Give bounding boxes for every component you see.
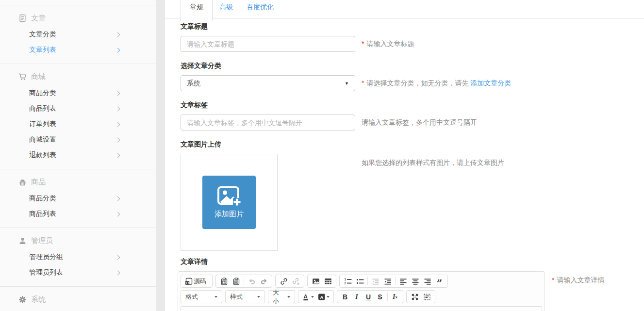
sidebar-item[interactable]: 文章分类 — [0, 27, 156, 42]
underline-button[interactable]: U — [363, 291, 374, 302]
gear-icon — [18, 295, 27, 304]
undo-button[interactable] — [246, 276, 258, 287]
unlink-button[interactable] — [290, 276, 302, 287]
basket-icon — [18, 178, 27, 186]
tab-general[interactable]: 常规 — [181, 0, 213, 21]
indent-icon — [384, 278, 392, 285]
sidebar-item[interactable]: 基本信息 — [0, 308, 156, 311]
sidebar-section: 管理员管理员分组管理员列表 — [0, 228, 156, 286]
link-button[interactable] — [278, 276, 290, 287]
chevron-right-icon — [116, 48, 120, 52]
svg-text:T: T — [223, 280, 225, 283]
show-blocks-button[interactable] — [421, 291, 433, 302]
article-title-input[interactable] — [181, 36, 355, 52]
tab-advanced[interactable]: 高级 — [213, 0, 240, 21]
insert-table-button[interactable] — [322, 276, 334, 287]
rich-text-editor: 源码 T — [178, 271, 545, 311]
svg-text:A: A — [304, 294, 308, 299]
sidebar-item[interactable]: 退款列表 — [0, 147, 156, 163]
caret-down-icon — [257, 296, 260, 298]
background-color-button[interactable]: A — [316, 291, 331, 302]
article-tags-input[interactable] — [181, 115, 355, 131]
field-article-title: 文章标题 *请输入文章标题 — [181, 22, 628, 52]
indent-button[interactable] — [381, 276, 394, 287]
source-button[interactable]: 源码 — [183, 276, 210, 287]
chevron-right-icon — [116, 153, 120, 158]
insert-image-icon — [312, 278, 320, 285]
selected-category-value: 系统 — [187, 79, 200, 88]
sidebar-section-title: 商品 — [31, 178, 46, 187]
sidebar-section-header: 商城 — [0, 68, 156, 85]
editor-content-area[interactable] — [181, 306, 542, 311]
article-category-select[interactable]: 系统 ▼ — [181, 75, 355, 91]
insert-table-icon — [324, 278, 332, 285]
chevron-right-icon — [116, 91, 120, 96]
text-color-icon: A — [302, 293, 310, 301]
sidebar-item[interactable]: 商品列表 — [0, 206, 156, 222]
article-category-label: 选择文章分类 — [181, 62, 628, 70]
sidebar-item[interactable]: 管理员分组 — [0, 249, 156, 265]
sidebar-item-label: 商品分类 — [29, 89, 56, 98]
sidebar-section-title: 文章 — [31, 14, 46, 23]
background-color-icon: A — [318, 293, 326, 301]
outdent-icon — [372, 278, 380, 285]
sidebar-section-title: 商城 — [31, 72, 46, 82]
sidebar-item[interactable]: 商品列表 — [0, 101, 156, 116]
sidebar-item-label: 文章分类 — [29, 30, 56, 39]
size-dropdown[interactable]: 大小 — [268, 290, 295, 303]
text-color-button[interactable]: A — [300, 291, 316, 302]
ordered-list-button[interactable]: 1 2 — [342, 276, 354, 287]
sidebar-section-title: 管理员 — [31, 236, 53, 246]
format-dropdown[interactable]: 格式 — [181, 290, 222, 303]
page: 文章文章分类文章列表商城商品分类商品列表订单列表商城设置退款列表商品商品分类商品… — [0, 0, 644, 311]
sidebar-section-title: 系统 — [31, 295, 46, 304]
align-left-icon — [399, 278, 407, 285]
sidebar-section: 商品商品分类商品列表 — [0, 169, 156, 228]
unordered-list-button[interactable] — [354, 276, 366, 287]
insert-image-button[interactable] — [310, 276, 322, 287]
remove-format-button[interactable]: Ix — [389, 291, 401, 302]
ordered-list-icon: 1 2 — [344, 278, 352, 285]
styles-dropdown[interactable]: 样式 — [225, 290, 265, 303]
sidebar-item[interactable]: 管理员列表 — [0, 265, 156, 280]
add-image-icon — [217, 186, 241, 206]
add-image-button-label: 添加图片 — [215, 210, 244, 219]
add-category-link[interactable]: 添加文章分类 — [470, 79, 511, 87]
required-asterisk: * — [362, 40, 364, 48]
strikethrough-button[interactable]: S — [374, 291, 386, 302]
caret-down-icon — [215, 296, 217, 298]
source-icon — [185, 278, 193, 285]
sidebar-item[interactable]: 订单列表 — [0, 116, 156, 132]
article-title-label: 文章标题 — [181, 22, 628, 31]
align-center-button[interactable] — [409, 276, 421, 287]
outdent-button[interactable] — [369, 276, 381, 287]
sidebar-item-label: 商城设置 — [29, 135, 56, 144]
paste-word-button[interactable]: W — [230, 276, 242, 287]
bold-button[interactable]: B — [339, 291, 351, 302]
sidebar-section-header: 文章 — [0, 9, 156, 27]
italic-button[interactable]: I — [351, 291, 363, 302]
redo-button[interactable] — [258, 276, 270, 287]
article-detail-hint: *请输入文章详情 — [552, 275, 604, 285]
align-right-icon — [424, 278, 431, 285]
sidebar-item[interactable]: 商城设置 — [0, 132, 156, 147]
field-article-tags: 文章标签 请输入文章标签，多个用中文逗号隔开 — [181, 101, 628, 131]
article-title-hint: *请输入文章标题 — [362, 36, 414, 52]
article-image-hint: 如果您选择的列表样式有图片，请上传文章图片 — [362, 158, 504, 167]
blockquote-button[interactable]: ” — [433, 276, 446, 287]
maximize-button[interactable] — [409, 291, 421, 302]
align-right-button[interactable] — [421, 276, 433, 287]
cart-icon — [18, 73, 27, 81]
main-panel: 常规 高级 百度优化 文章标题 *请输入文章标题 选择文章分类 — [165, 0, 644, 311]
align-left-button[interactable] — [397, 276, 409, 287]
sidebar-item[interactable]: 商品分类 — [0, 191, 156, 206]
sidebar-item[interactable]: 商品分类 — [0, 85, 156, 101]
sidebar-section-header: 系统 — [0, 291, 156, 308]
paste-text-button[interactable]: T — [218, 276, 230, 287]
sidebar-item[interactable]: 文章列表 — [0, 42, 156, 58]
add-image-button[interactable]: 添加图片 — [202, 176, 256, 229]
editor-toolbar-row-1: 源码 T — [181, 275, 542, 288]
svg-text:2: 2 — [344, 281, 346, 285]
tab-baidu-seo[interactable]: 百度优化 — [240, 0, 281, 21]
tabbar: 常规 高级 百度优化 — [165, 0, 644, 18]
